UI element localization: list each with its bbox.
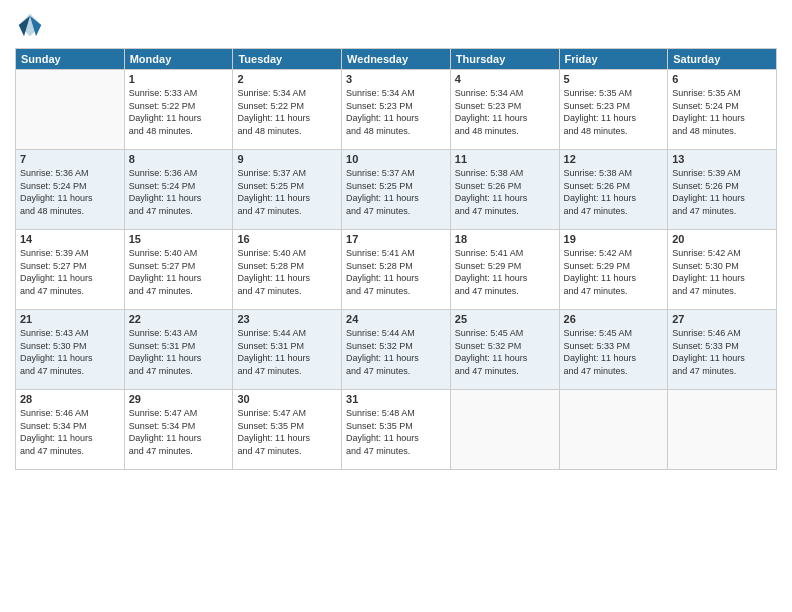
day-info: Sunrise: 5:46 AM Sunset: 5:33 PM Dayligh…: [672, 327, 772, 377]
calendar-cell: 11Sunrise: 5:38 AM Sunset: 5:26 PM Dayli…: [450, 150, 559, 230]
calendar-cell: 7Sunrise: 5:36 AM Sunset: 5:24 PM Daylig…: [16, 150, 125, 230]
calendar-cell: 10Sunrise: 5:37 AM Sunset: 5:25 PM Dayli…: [342, 150, 451, 230]
week-row-4: 21Sunrise: 5:43 AM Sunset: 5:30 PM Dayli…: [16, 310, 777, 390]
calendar: SundayMondayTuesdayWednesdayThursdayFrid…: [15, 48, 777, 470]
day-number: 24: [346, 313, 446, 325]
calendar-cell: 20Sunrise: 5:42 AM Sunset: 5:30 PM Dayli…: [668, 230, 777, 310]
calendar-cell: 16Sunrise: 5:40 AM Sunset: 5:28 PM Dayli…: [233, 230, 342, 310]
calendar-cell: 26Sunrise: 5:45 AM Sunset: 5:33 PM Dayli…: [559, 310, 668, 390]
calendar-cell: 5Sunrise: 5:35 AM Sunset: 5:23 PM Daylig…: [559, 70, 668, 150]
day-info: Sunrise: 5:39 AM Sunset: 5:27 PM Dayligh…: [20, 247, 120, 297]
day-number: 17: [346, 233, 446, 245]
day-number: 15: [129, 233, 229, 245]
day-info: Sunrise: 5:45 AM Sunset: 5:33 PM Dayligh…: [564, 327, 664, 377]
logo: [15, 10, 49, 40]
calendar-cell: 14Sunrise: 5:39 AM Sunset: 5:27 PM Dayli…: [16, 230, 125, 310]
calendar-cell: [450, 390, 559, 470]
calendar-cell: 2Sunrise: 5:34 AM Sunset: 5:22 PM Daylig…: [233, 70, 342, 150]
day-number: 19: [564, 233, 664, 245]
day-info: Sunrise: 5:37 AM Sunset: 5:25 PM Dayligh…: [237, 167, 337, 217]
day-number: 26: [564, 313, 664, 325]
day-info: Sunrise: 5:43 AM Sunset: 5:30 PM Dayligh…: [20, 327, 120, 377]
day-number: 29: [129, 393, 229, 405]
day-number: 3: [346, 73, 446, 85]
calendar-cell: 21Sunrise: 5:43 AM Sunset: 5:30 PM Dayli…: [16, 310, 125, 390]
calendar-cell: 9Sunrise: 5:37 AM Sunset: 5:25 PM Daylig…: [233, 150, 342, 230]
day-number: 23: [237, 313, 337, 325]
day-info: Sunrise: 5:35 AM Sunset: 5:23 PM Dayligh…: [564, 87, 664, 137]
col-header-friday: Friday: [559, 49, 668, 70]
calendar-cell: 29Sunrise: 5:47 AM Sunset: 5:34 PM Dayli…: [124, 390, 233, 470]
col-header-thursday: Thursday: [450, 49, 559, 70]
calendar-cell: 30Sunrise: 5:47 AM Sunset: 5:35 PM Dayli…: [233, 390, 342, 470]
day-info: Sunrise: 5:42 AM Sunset: 5:29 PM Dayligh…: [564, 247, 664, 297]
day-info: Sunrise: 5:39 AM Sunset: 5:26 PM Dayligh…: [672, 167, 772, 217]
calendar-cell: 4Sunrise: 5:34 AM Sunset: 5:23 PM Daylig…: [450, 70, 559, 150]
calendar-cell: 3Sunrise: 5:34 AM Sunset: 5:23 PM Daylig…: [342, 70, 451, 150]
day-info: Sunrise: 5:46 AM Sunset: 5:34 PM Dayligh…: [20, 407, 120, 457]
calendar-cell: 15Sunrise: 5:40 AM Sunset: 5:27 PM Dayli…: [124, 230, 233, 310]
logo-icon: [15, 10, 45, 40]
calendar-cell: 28Sunrise: 5:46 AM Sunset: 5:34 PM Dayli…: [16, 390, 125, 470]
col-header-sunday: Sunday: [16, 49, 125, 70]
header: [15, 10, 777, 40]
day-info: Sunrise: 5:47 AM Sunset: 5:34 PM Dayligh…: [129, 407, 229, 457]
day-info: Sunrise: 5:40 AM Sunset: 5:28 PM Dayligh…: [237, 247, 337, 297]
day-number: 9: [237, 153, 337, 165]
day-number: 10: [346, 153, 446, 165]
calendar-cell: 17Sunrise: 5:41 AM Sunset: 5:28 PM Dayli…: [342, 230, 451, 310]
day-number: 12: [564, 153, 664, 165]
day-number: 4: [455, 73, 555, 85]
day-info: Sunrise: 5:35 AM Sunset: 5:24 PM Dayligh…: [672, 87, 772, 137]
day-number: 31: [346, 393, 446, 405]
day-info: Sunrise: 5:42 AM Sunset: 5:30 PM Dayligh…: [672, 247, 772, 297]
day-number: 22: [129, 313, 229, 325]
calendar-cell: 13Sunrise: 5:39 AM Sunset: 5:26 PM Dayli…: [668, 150, 777, 230]
day-info: Sunrise: 5:34 AM Sunset: 5:22 PM Dayligh…: [237, 87, 337, 137]
calendar-cell: 22Sunrise: 5:43 AM Sunset: 5:31 PM Dayli…: [124, 310, 233, 390]
day-info: Sunrise: 5:34 AM Sunset: 5:23 PM Dayligh…: [455, 87, 555, 137]
calendar-cell: 25Sunrise: 5:45 AM Sunset: 5:32 PM Dayli…: [450, 310, 559, 390]
day-info: Sunrise: 5:44 AM Sunset: 5:32 PM Dayligh…: [346, 327, 446, 377]
col-header-tuesday: Tuesday: [233, 49, 342, 70]
day-number: 11: [455, 153, 555, 165]
page: SundayMondayTuesdayWednesdayThursdayFrid…: [0, 0, 792, 612]
day-info: Sunrise: 5:36 AM Sunset: 5:24 PM Dayligh…: [129, 167, 229, 217]
day-info: Sunrise: 5:34 AM Sunset: 5:23 PM Dayligh…: [346, 87, 446, 137]
day-info: Sunrise: 5:37 AM Sunset: 5:25 PM Dayligh…: [346, 167, 446, 217]
day-number: 28: [20, 393, 120, 405]
day-info: Sunrise: 5:48 AM Sunset: 5:35 PM Dayligh…: [346, 407, 446, 457]
day-number: 5: [564, 73, 664, 85]
day-number: 16: [237, 233, 337, 245]
week-row-3: 14Sunrise: 5:39 AM Sunset: 5:27 PM Dayli…: [16, 230, 777, 310]
day-number: 7: [20, 153, 120, 165]
day-info: Sunrise: 5:38 AM Sunset: 5:26 PM Dayligh…: [564, 167, 664, 217]
calendar-cell: 23Sunrise: 5:44 AM Sunset: 5:31 PM Dayli…: [233, 310, 342, 390]
calendar-cell: [16, 70, 125, 150]
day-number: 14: [20, 233, 120, 245]
day-info: Sunrise: 5:36 AM Sunset: 5:24 PM Dayligh…: [20, 167, 120, 217]
day-number: 25: [455, 313, 555, 325]
day-number: 6: [672, 73, 772, 85]
day-info: Sunrise: 5:45 AM Sunset: 5:32 PM Dayligh…: [455, 327, 555, 377]
day-number: 13: [672, 153, 772, 165]
day-info: Sunrise: 5:47 AM Sunset: 5:35 PM Dayligh…: [237, 407, 337, 457]
calendar-cell: 27Sunrise: 5:46 AM Sunset: 5:33 PM Dayli…: [668, 310, 777, 390]
day-info: Sunrise: 5:41 AM Sunset: 5:28 PM Dayligh…: [346, 247, 446, 297]
calendar-cell: 6Sunrise: 5:35 AM Sunset: 5:24 PM Daylig…: [668, 70, 777, 150]
week-row-1: 1Sunrise: 5:33 AM Sunset: 5:22 PM Daylig…: [16, 70, 777, 150]
calendar-cell: [559, 390, 668, 470]
calendar-cell: 18Sunrise: 5:41 AM Sunset: 5:29 PM Dayli…: [450, 230, 559, 310]
calendar-cell: 24Sunrise: 5:44 AM Sunset: 5:32 PM Dayli…: [342, 310, 451, 390]
calendar-cell: [668, 390, 777, 470]
calendar-cell: 19Sunrise: 5:42 AM Sunset: 5:29 PM Dayli…: [559, 230, 668, 310]
col-header-wednesday: Wednesday: [342, 49, 451, 70]
day-info: Sunrise: 5:41 AM Sunset: 5:29 PM Dayligh…: [455, 247, 555, 297]
week-row-5: 28Sunrise: 5:46 AM Sunset: 5:34 PM Dayli…: [16, 390, 777, 470]
day-number: 2: [237, 73, 337, 85]
week-row-2: 7Sunrise: 5:36 AM Sunset: 5:24 PM Daylig…: [16, 150, 777, 230]
day-info: Sunrise: 5:44 AM Sunset: 5:31 PM Dayligh…: [237, 327, 337, 377]
col-header-monday: Monday: [124, 49, 233, 70]
day-info: Sunrise: 5:38 AM Sunset: 5:26 PM Dayligh…: [455, 167, 555, 217]
day-info: Sunrise: 5:33 AM Sunset: 5:22 PM Dayligh…: [129, 87, 229, 137]
